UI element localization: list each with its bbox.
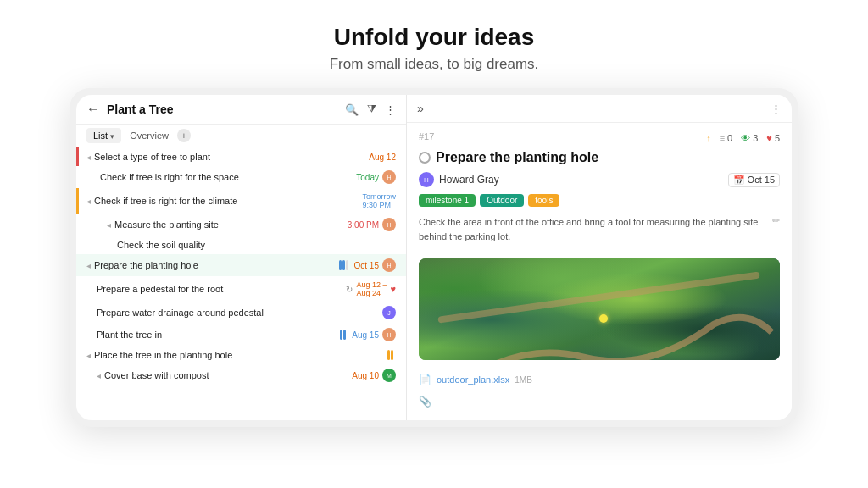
task-name: Prepare a pedestal for the root [97, 284, 339, 294]
filter-icon[interactable]: ⧩ [367, 103, 376, 116]
list-item[interactable]: Prepare a pedestal for the root ↻ Aug 12… [76, 276, 406, 302]
more-options-icon[interactable]: ⋮ [771, 103, 782, 115]
task-meta: Aug 15 H [340, 328, 396, 341]
avatar: H [382, 328, 396, 341]
list-item[interactable]: Check if tree is right for the space Tod… [76, 166, 406, 188]
right-header: » ⋮ [407, 95, 792, 123]
app-frame: ← Plant a Tree 🔍 ⧩ ⋮ List ▾ Overview + [76, 95, 792, 420]
task-name: Prepare the planting hole [94, 260, 332, 270]
header-icons: 🔍 ⧩ ⋮ [345, 103, 396, 116]
task-description: Check the area in front of the office an… [419, 215, 769, 243]
task-meta: J [382, 306, 396, 319]
add-tab-button[interactable]: + [177, 129, 191, 142]
assignee-avatar: H [419, 172, 434, 187]
file-icon: 📄 [419, 374, 431, 385]
task-meta: Oct 15 H [339, 258, 396, 272]
task-date: Tomorrow9:30 PM [362, 192, 396, 209]
stat-list: ≡ 0 [720, 133, 733, 143]
task-meta: Aug 12 [369, 152, 396, 162]
stat-eye: 👁 3 [741, 133, 758, 143]
task-date: Today [356, 173, 379, 182]
left-panel: ← Plant a Tree 🔍 ⧩ ⋮ List ▾ Overview + [76, 95, 407, 420]
task-date: Aug 15 [352, 330, 379, 340]
task-status-circle[interactable] [419, 152, 431, 164]
tabs-bar: List ▾ Overview + [76, 125, 406, 147]
search-icon[interactable]: 🔍 [345, 103, 359, 116]
task-name: Cover base with compost [104, 370, 345, 380]
heart-icon: ♥ [766, 133, 772, 143]
list-count: 0 [727, 133, 732, 143]
list-item[interactable]: Check the soil quality [76, 236, 406, 254]
list-item[interactable]: ◂ Place the tree in the planting hole [76, 346, 406, 364]
paperclip-icon[interactable]: 📎 [419, 396, 431, 408]
task-meta: Aug 10 M [352, 369, 396, 382]
hero-section: Unfold your ideas From small ideas, to b… [330, 0, 539, 88]
main-content: ← Plant a Tree 🔍 ⧩ ⋮ List ▾ Overview + [76, 95, 792, 420]
due-date-chip[interactable]: 📅 Oct 15 [728, 173, 780, 187]
task-assignee-row: H Howard Gray 📅 Oct 15 [419, 172, 780, 187]
task-meta: 3:00 PM H [348, 218, 396, 231]
tag-milestone[interactable]: milestone 1 [419, 194, 476, 207]
tab-overview[interactable]: Overview [123, 128, 175, 143]
tag-tools[interactable]: tools [528, 194, 559, 207]
location-marker [599, 314, 608, 323]
hero-title: Unfold your ideas [330, 24, 539, 51]
calendar-icon: 📅 [733, 175, 745, 186]
list-item[interactable]: ◂ Cover base with compost Aug 10 M [76, 364, 406, 386]
list-item[interactable]: Prepare water drainage around pedestal J [76, 302, 406, 324]
task-name: Measure the planting site [114, 219, 341, 230]
file-name: outdoor_plan.xlsx [437, 374, 509, 385]
road-path [419, 258, 780, 360]
tag-outdoor[interactable]: Outdoor [480, 194, 524, 207]
tags-row: milestone 1 Outdoor tools [419, 194, 780, 207]
avatar: H [382, 170, 396, 184]
tab-list[interactable]: List ▾ [86, 128, 121, 143]
edit-icon[interactable]: ✏ [772, 215, 780, 226]
progress-bars [340, 330, 346, 340]
eye-icon: 👁 [741, 133, 750, 143]
aerial-photo [419, 258, 780, 360]
task-image [419, 258, 780, 360]
task-meta [387, 350, 396, 360]
progress-bars [339, 260, 348, 270]
stat-heart: ♥ 5 [766, 133, 780, 143]
list-item[interactable]: ◂ Check if tree is right for the climate… [76, 188, 406, 214]
task-detail-title: Prepare the planting hole [419, 150, 780, 165]
task-meta: Today H [356, 170, 396, 184]
task-list: ◂ Select a type of tree to plant Aug 12 … [76, 147, 406, 420]
panel-title: Plant a Tree [107, 103, 338, 116]
task-date: Aug 10 [352, 371, 379, 380]
task-bullet: ◂ [86, 152, 91, 162]
task-bullet: ◂ [86, 261, 91, 270]
heart-icon: ♥ [390, 284, 396, 294]
task-meta: Tomorrow9:30 PM [362, 192, 396, 209]
task-name: Check if tree is right for the space [100, 172, 349, 182]
task-bullet: ◂ [97, 371, 101, 380]
task-number: #17 [419, 131, 434, 141]
list-item[interactable]: Plant the tree in Aug 15 H [76, 324, 406, 346]
progress-bars [387, 350, 393, 360]
back-button[interactable]: ← [86, 102, 100, 117]
stat-up: ↑ [706, 133, 711, 143]
task-bullet: ◂ [107, 220, 111, 230]
list-item[interactable]: ◂ Select a type of tree to plant Aug 12 [76, 147, 406, 166]
left-header: ← Plant a Tree 🔍 ⧩ ⋮ [76, 95, 406, 125]
assignee-name: Howard Gray [439, 174, 499, 186]
up-arrow-icon: ↑ [706, 133, 711, 143]
avatar: M [382, 369, 396, 382]
task-name: Plant the tree in [97, 330, 333, 340]
avatar: J [382, 306, 396, 319]
more-icon[interactable]: ⋮ [385, 103, 396, 116]
file-attachment[interactable]: 📄 outdoor_plan.xlsx 1MB [419, 369, 780, 390]
list-item[interactable]: ◂ Prepare the planting hole Oct 15 H [76, 254, 406, 276]
list-item[interactable]: ◂ Measure the planting site 3:00 PM H [76, 214, 406, 236]
task-name: Check if tree is right for the climate [94, 196, 355, 206]
file-size: 1MB [515, 375, 532, 385]
task-date: Aug 12 –Aug 24 [356, 280, 387, 297]
task-name: Prepare water drainage around pedestal [97, 308, 376, 318]
expand-icon[interactable]: » [417, 102, 424, 115]
task-stats: #17 ↑ ≡ 0 👁 3 [419, 131, 780, 145]
avatar: H [382, 218, 396, 231]
task-meta: ↻ Aug 12 –Aug 24 ♥ [346, 280, 396, 297]
task-bullet: ◂ [86, 351, 91, 360]
